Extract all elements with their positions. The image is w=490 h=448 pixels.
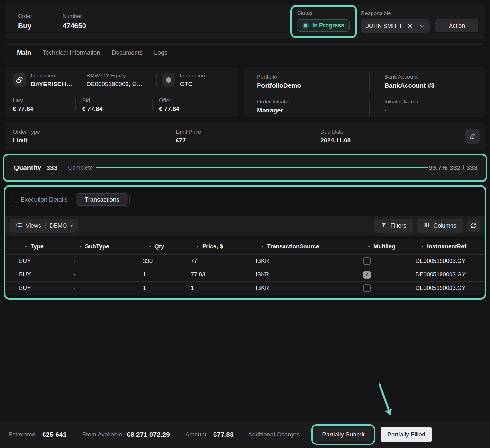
cell-type: BUY bbox=[19, 285, 74, 291]
from-available-label: From Available bbox=[82, 431, 122, 438]
quantity-value: 333 bbox=[46, 164, 57, 172]
responsible-group: Responsible JOHN SMITH bbox=[361, 10, 430, 33]
partially-submit-highlight-outline: Partially Submit bbox=[311, 424, 375, 445]
header-multileg: ▾ Multileg bbox=[362, 243, 416, 250]
filters-label: Filters bbox=[390, 222, 406, 229]
limit-price-group: Limit Price €77 bbox=[164, 129, 314, 144]
instrument-label: Instrument bbox=[31, 73, 80, 79]
status-badge[interactable]: In Progress bbox=[297, 19, 350, 32]
column-menu-icon[interactable]: ▾ bbox=[262, 244, 264, 249]
estimated-value: -€25 641 bbox=[40, 431, 66, 438]
amount-group: Amount -€77.83 bbox=[185, 431, 234, 438]
table-row[interactable]: BUY - 1 77.83 IBKR DE0005190003.GY bbox=[5, 268, 485, 281]
column-menu-icon[interactable]: ▾ bbox=[197, 244, 199, 249]
columns-button[interactable]: Columns bbox=[417, 219, 463, 233]
multileg-checkbox[interactable] bbox=[363, 271, 371, 279]
order-details-card: Order Type Limit Limit Price €77 Due Dat… bbox=[5, 122, 485, 150]
tab-main[interactable]: Main bbox=[17, 49, 31, 56]
instrument-card: Instrument BAYERISCH… BMW GY Equity DE00… bbox=[5, 67, 238, 117]
responsible-label: Responsible bbox=[361, 10, 430, 17]
offer-value: € 77.84 bbox=[159, 105, 179, 112]
info-cards-row: Instrument BAYERISCH… BMW GY Equity DE00… bbox=[5, 67, 485, 117]
equity-label: BMW GY Equity bbox=[86, 73, 156, 79]
cell-subtype: - bbox=[74, 271, 143, 278]
tab-logs[interactable]: Logs bbox=[154, 49, 167, 56]
cell-qty: 1 bbox=[143, 271, 191, 278]
due-date-value: 2024.11.08 bbox=[320, 137, 465, 144]
column-menu-icon[interactable]: ▾ bbox=[149, 244, 151, 249]
tab-technical-information[interactable]: Technical Information bbox=[42, 49, 100, 56]
partially-filled-button[interactable]: Partially Filled bbox=[381, 427, 432, 442]
initiator-name-label: Initiator Name bbox=[384, 99, 485, 105]
quantity-divider bbox=[63, 164, 63, 172]
quantity-highlight-section: Quantity 333 Complete 99.7% 332 / 333 bbox=[3, 154, 487, 182]
quantity-label: Quantity bbox=[14, 164, 41, 172]
column-menu-icon[interactable]: ▾ bbox=[80, 244, 82, 249]
last-group: Last € 77.84 bbox=[13, 97, 75, 112]
subtab-transactions[interactable]: Transactions bbox=[76, 193, 128, 206]
bank-account-group: Bank Account BankAccount #3 bbox=[369, 74, 485, 92]
responsible-select[interactable]: JOHN SMITH bbox=[361, 19, 430, 33]
views-dropdown[interactable]: Views | DEMO ▾ bbox=[10, 219, 78, 233]
due-date-label: Due Date bbox=[320, 129, 465, 135]
table-row[interactable]: BUY - 1 1 IBKR DE0005190003.GY bbox=[5, 281, 485, 295]
card-divider bbox=[80, 74, 80, 86]
columns-label: Columns bbox=[433, 222, 456, 229]
column-menu-icon[interactable]: ▾ bbox=[368, 244, 370, 249]
order-type-value: Limit bbox=[13, 137, 164, 144]
multileg-checkbox[interactable] bbox=[363, 284, 371, 292]
table-row[interactable]: BUY - 330 77 IBKR DE0005190003.GY bbox=[5, 254, 485, 268]
header-instrument-ref: ▾ InstrumentRef bbox=[416, 243, 485, 250]
card-divider bbox=[156, 74, 157, 86]
cell-qty: 1 bbox=[143, 285, 191, 291]
header-transaction-source: ▾ TransactionSource bbox=[256, 243, 362, 250]
order-details-page: { "header": { "order_label": "Order", "o… bbox=[0, 0, 490, 448]
status-highlight-outline: Status In Progress bbox=[290, 5, 357, 38]
last-label: Last bbox=[13, 97, 75, 104]
annotation-arrow bbox=[372, 382, 398, 423]
column-menu-icon[interactable]: ▾ bbox=[422, 244, 424, 249]
order-number-group: Number 474650 bbox=[62, 13, 86, 30]
cell-source: IBKR bbox=[256, 258, 362, 264]
quotes-row: Last € 77.84 Bid € 77.84 Offer € 77.84 bbox=[5, 93, 238, 117]
views-divider: | bbox=[45, 222, 46, 229]
multileg-checkbox[interactable] bbox=[363, 257, 371, 265]
instruction-group: Instruction OTC bbox=[180, 73, 205, 88]
order-initiator-value: Manager bbox=[257, 107, 369, 114]
cell-qty: 330 bbox=[143, 258, 191, 264]
partially-submit-button[interactable]: Partially Submit bbox=[314, 427, 372, 442]
edit-button[interactable] bbox=[465, 129, 480, 144]
status-label: Status bbox=[297, 10, 350, 16]
header-price: ▾ Price, $ bbox=[191, 243, 256, 250]
instruction-label: Instruction bbox=[180, 73, 205, 79]
cell-source: IBKR bbox=[256, 271, 362, 278]
clear-responsible-icon[interactable] bbox=[407, 23, 413, 29]
filters-button[interactable]: Filters bbox=[374, 219, 413, 233]
cell-type: BUY bbox=[19, 258, 74, 264]
tab-documents[interactable]: Documents bbox=[112, 49, 143, 56]
order-number-label: Number bbox=[62, 13, 86, 20]
offer-group: Offer € 77.84 bbox=[159, 97, 179, 112]
limit-price-value: €77 bbox=[176, 137, 314, 144]
initiator-name-value: - bbox=[384, 107, 485, 114]
additional-charges-label: Additional Charges bbox=[248, 431, 300, 438]
column-menu-icon[interactable]: ▾ bbox=[25, 244, 27, 249]
initiator-name-group: Initiator Name - bbox=[369, 99, 485, 117]
header-type: ▾ Type bbox=[19, 243, 74, 250]
cell-subtype: - bbox=[74, 258, 143, 264]
refresh-button[interactable] bbox=[467, 219, 480, 232]
equity-value: DE0005190003, E… bbox=[86, 81, 156, 88]
from-available-group: From Available €8 271 072.29 bbox=[82, 431, 170, 438]
cell-instrument-ref: DE0005190003.GY bbox=[416, 285, 485, 291]
bank-account-label: Bank Account bbox=[384, 74, 485, 80]
bank-account-value: BankAccount #3 bbox=[384, 82, 485, 89]
estimated-group: Estimated -€25 641 bbox=[8, 431, 66, 438]
due-date-group: Due Date 2024.11.08 bbox=[314, 129, 465, 144]
amount-label: Amount bbox=[185, 431, 206, 438]
columns-icon bbox=[424, 222, 430, 230]
card-divider bbox=[152, 99, 153, 110]
chevron-down-icon[interactable] bbox=[419, 23, 424, 29]
order-side-value: Buy bbox=[18, 22, 32, 30]
subtab-execution-details[interactable]: Execution Details bbox=[12, 193, 76, 206]
action-button[interactable]: Action bbox=[435, 19, 478, 32]
